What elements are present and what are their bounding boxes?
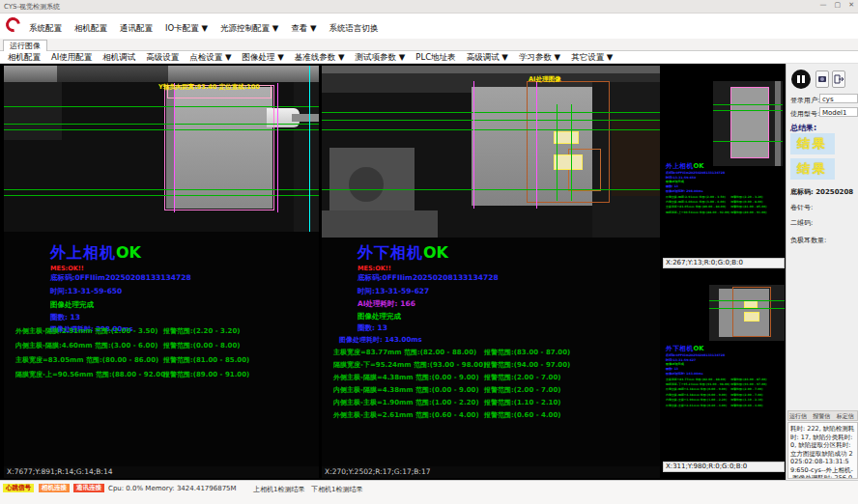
camera-tool-button[interactable]: [815, 70, 829, 88]
tool-test-params[interactable]: 测试项参数 ▼: [356, 52, 406, 64]
right-mes-status: MES:OK!!: [358, 265, 391, 272]
tool-advanced-debug[interactable]: 高级调试 ▼: [467, 52, 508, 64]
maximize-icon[interactable]: ▢: [835, 1, 842, 9]
statusbar: 心跳信号 相机连接 通讯连接 Cpu: 0.0% Memory: 3424.41…: [0, 480, 858, 504]
ok-status: OK: [116, 243, 141, 262]
total-result-label: 总结果:: [790, 123, 816, 133]
toolbar: 相机配置 AI使用配置 相机调试 高级设置 点检设置 ▼ 图像处理 ▼ 基准线参…: [0, 51, 858, 64]
tool-plc-address[interactable]: PLC地址表: [415, 52, 455, 64]
measure-line: [4, 129, 319, 130]
log-output[interactable]: 耗时: 222, 缺陷检测耗时: 17, 缺陷分类耗时: 0, 缺陷提取分区耗时…: [787, 422, 858, 479]
window-controls: — ▢ ✕: [820, 1, 855, 9]
left-pixel-readout: X:7677;Y:891;R:14;G:14;B:14: [4, 466, 319, 478]
model-field[interactable]: Model1: [819, 107, 858, 117]
tab-row: 运行图像: [0, 39, 858, 51]
menubar: 系统配置 相机配置 通讯配置 IO卡配置 ▼ 光源控制配置 ▼ 查看 ▼ 系统语…: [0, 14, 858, 39]
thumbnail-view-top[interactable]: 外上相机OK 底标码:0FFIIim20250208133134728 时间:1…: [663, 66, 785, 258]
right-time: 时间:13-31-59-627: [358, 287, 429, 296]
measure-vline: [557, 104, 558, 201]
left-camera-view: Y轴负向距离:93.40 定位直线:100 外上相机OK MES:OK!! 底标…: [4, 66, 319, 466]
measure-row: 内侧主极-隔膜:4.60mm 范围:(3.00 - 6.00)报警范围:(0.0…: [15, 341, 315, 350]
bolt: [349, 167, 384, 202]
info-tab-bar: 运行信息 报警信息 标定信息: [787, 410, 858, 421]
measure-vline: [536, 81, 537, 209]
menu-item-light-config[interactable]: 光源控制配置 ▼: [220, 23, 278, 35]
right-process-done: 图像处理完成: [358, 312, 401, 322]
measure-row: 外侧主极-主极=2.61mm 范围:(0.60 - 4.00)报警范围:(0.6…: [333, 410, 657, 420]
left-camera-image[interactable]: Y轴负向距离:93.40 定位直线:100: [4, 66, 319, 232]
measure-vline: [473, 81, 474, 209]
pause-icon: [797, 75, 800, 83]
measure-line: [4, 195, 319, 196]
measure-line: [4, 106, 319, 107]
thumb-bottom-pixel-readout: X:311;Y:980;R:0;G:0;B:0: [663, 462, 785, 472]
tool-learning-params[interactable]: 学习参数 ▼: [519, 52, 560, 64]
left-camera-title: 外上相机OK: [50, 243, 141, 264]
tab-calibration-info[interactable]: 标定信息: [837, 411, 857, 420]
close-icon[interactable]: ✕: [848, 1, 854, 9]
tab-run-info[interactable]: 运行信息: [789, 411, 810, 420]
sidebar-barcode: 底标码: 20250208: [790, 187, 853, 197]
pause-button[interactable]: [791, 70, 811, 89]
login-user-label: 登录用户:: [790, 96, 819, 105]
left-mes-status: MES:OK!!: [50, 265, 84, 272]
right-camera-view: AI处理图像 外下相机OK MES:OK!! 底标码:0FFIIim202502…: [322, 66, 660, 466]
thumb-image: [709, 285, 785, 341]
thumb-top-pixel-readout: X:267;Y:13;R:0;G:0;B:0: [663, 258, 785, 268]
menu-item-io-config[interactable]: IO卡配置 ▼: [165, 23, 208, 35]
right-process-time: 图像处理耗时: 143.00ms: [339, 335, 422, 345]
tool-spotcheck-settings[interactable]: 点检设置 ▼: [189, 52, 231, 64]
result-display-1: 结果: [790, 133, 835, 154]
menu-item-view[interactable]: 查看 ▼: [291, 23, 316, 35]
tool-camera-config[interactable]: 相机配置: [8, 52, 41, 64]
measure-line: [322, 129, 660, 130]
tool-baseline-params[interactable]: 基准线参数 ▼: [295, 52, 345, 64]
neg-tab-count-label: 负极耳数量:: [790, 236, 826, 245]
measure-vline: [174, 83, 175, 212]
menu-item-comm-config[interactable]: 通讯配置: [120, 23, 153, 35]
left-annotation: Y轴负向距离:93.40 定位直线:100: [158, 83, 260, 92]
pause-icon: [802, 75, 805, 83]
right-loop-count: 圈数: 13: [358, 323, 387, 333]
qr-code-label: 二维码:: [790, 218, 813, 228]
logout-button[interactable]: [832, 70, 845, 88]
result-display-2: 结果: [790, 158, 835, 180]
measure-line: [4, 124, 319, 125]
tool-camera-debug[interactable]: 相机调试: [102, 52, 135, 64]
roi-outline-pink: [164, 85, 274, 210]
measure-vline: [571, 104, 572, 201]
measure-row: 外侧主极-隔膜=4.38mm 范围:(0.00 - 9.00)报警范围:(2.0…: [333, 373, 657, 382]
tool-advanced-settings[interactable]: 高级设置: [146, 52, 179, 64]
thumbnail-view-bottom[interactable]: 外下相机OK 底标码:0FFIIim20250208133134728 时间:1…: [663, 271, 785, 462]
tool-ai-config[interactable]: AI使用配置: [51, 52, 92, 64]
camera-icon: [816, 71, 828, 87]
tab-alarm-info[interactable]: 报警信息: [813, 411, 833, 420]
measure-row: 外侧主极-隔膜:2.91mm 范围:(2.00 - 3.50)报警范围:(2.2…: [15, 326, 315, 336]
needle-number-label: 卷针号:: [790, 203, 813, 212]
right-barcode: 底标码:0FFIIim20250208133134728: [358, 273, 499, 283]
right-camera-image[interactable]: AI处理图像: [322, 66, 660, 238]
tool-other-settings[interactable]: 其它设置 ▼: [571, 52, 613, 64]
comm-connect-badge: 通讯连接: [73, 484, 104, 492]
measure-line: [322, 189, 660, 190]
upper-camera-result-link[interactable]: 上相机1检测结果: [253, 485, 304, 494]
measure-row: 隔膜宽度-上=90.56mm 范围:(88.00 - 92.00)报警范围:(8…: [15, 370, 315, 379]
menu-item-system-config[interactable]: 系统配置: [29, 23, 62, 35]
measure-row: 主极宽度=83.05mm 范围:(80.00 - 86.00)报警范围:(81.…: [15, 355, 315, 365]
lower-camera-result-link[interactable]: 下相机1检测结果: [311, 485, 362, 494]
minimize-icon[interactable]: —: [820, 1, 827, 9]
control-sidebar: 登录用户: cys 使用型号: Model1 总结果: 结果 结果 底标码: 2…: [786, 64, 858, 480]
left-process-done: 图像处理完成: [50, 300, 94, 310]
left-time: 时间:13-31-59-650: [50, 287, 122, 296]
heartbeat-badge: 心跳信号: [3, 484, 34, 492]
right-ai-time: AI处理耗时: 166: [358, 299, 415, 309]
menu-item-camera-config[interactable]: 相机配置: [74, 23, 107, 35]
right-camera-title: 外下相机OK: [358, 243, 448, 264]
tool-image-processing[interactable]: 图像处理 ▼: [243, 52, 284, 64]
measure-row: 内侧主极-隔膜=4.38mm 范围:(0.00 - 9.00)报警范围:(2.0…: [333, 385, 657, 395]
app-logo-icon: [3, 14, 23, 35]
menu-item-language[interactable]: 系统语言切换: [329, 23, 378, 35]
measure-vline: [277, 83, 278, 212]
login-user-field[interactable]: cys: [819, 94, 858, 103]
ok-status: OK: [423, 243, 448, 262]
